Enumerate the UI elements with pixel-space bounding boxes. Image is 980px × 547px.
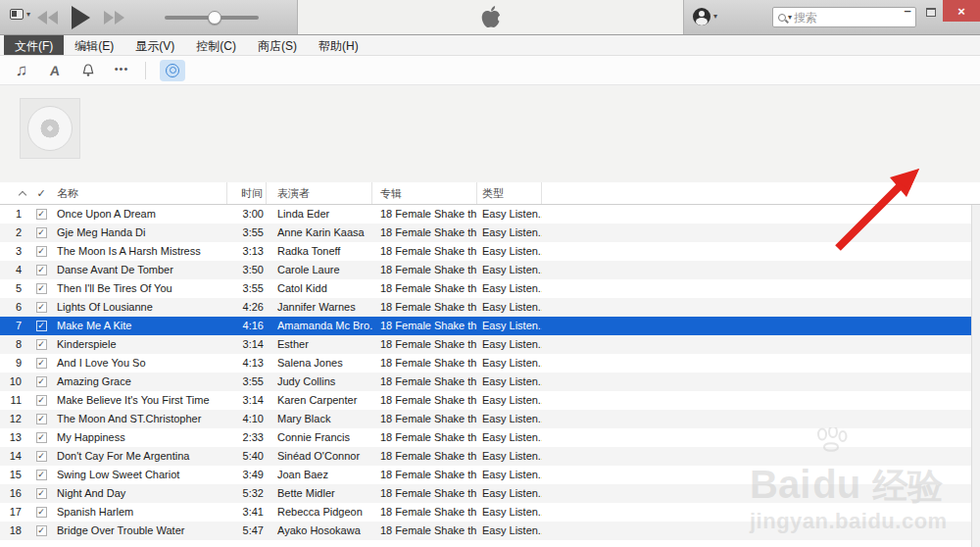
table-row[interactable]: 3✓The Moon Is A Harsh Mistress3:13Radka …	[0, 242, 980, 261]
checkbox-checked-icon[interactable]: ✓	[36, 209, 47, 220]
track-checkbox[interactable]: ✓	[29, 503, 53, 522]
appstore-icon[interactable]: A	[44, 61, 66, 80]
table-row[interactable]: 4✓Danse Avant De Tomber3:50Carole Laure1…	[0, 261, 980, 279]
track-blank	[542, 466, 980, 484]
track-checkbox[interactable]: ✓	[29, 522, 53, 540]
menu-item[interactable]: 控制(C)	[185, 35, 247, 55]
track-blank	[542, 428, 980, 447]
track-checkbox[interactable]: ✓	[29, 484, 53, 503]
checkbox-checked-icon[interactable]: ✓	[36, 265, 47, 275]
track-checkbox[interactable]: ✓	[29, 317, 53, 335]
column-header-check[interactable]: ✓	[29, 182, 53, 204]
table-row[interactable]: 16✓Night And Day5:32Bette Midler18 Femal…	[0, 484, 980, 503]
table-row[interactable]: 6✓Lights Of Lousianne4:26Jannifer Warnes…	[0, 298, 980, 317]
bell-icon[interactable]	[78, 61, 98, 80]
account-menu[interactable]: ▾	[693, 8, 717, 25]
track-name: Then I'll Be Tires Of You	[53, 279, 227, 298]
search-input[interactable]	[794, 11, 892, 25]
checkbox-checked-icon[interactable]: ✓	[36, 339, 47, 350]
checkbox-checked-icon[interactable]: ✓	[36, 451, 47, 462]
close-button[interactable]: ×	[943, 0, 980, 22]
table-row[interactable]: 15✓Swing Low Sweet Chariot3:49Joan Baez1…	[0, 466, 980, 484]
table-row[interactable]: 8✓Kinderspiele3:14Esther18 Female Shake …	[0, 335, 980, 354]
track-album: 18 Female Shake th...	[372, 279, 477, 298]
track-checkbox[interactable]: ✓	[29, 242, 53, 261]
play-button[interactable]	[72, 6, 90, 29]
table-row[interactable]: 1✓Once Upon A Dream3:00Linda Eder18 Fema…	[0, 205, 980, 224]
checkbox-checked-icon[interactable]: ✓	[36, 246, 47, 257]
menu-item[interactable]: 商店(S)	[247, 35, 308, 55]
track-genre: Easy Listen...	[477, 466, 542, 484]
volume-slider[interactable]	[165, 16, 259, 20]
cd-disc-icon	[27, 106, 73, 151]
track-checkbox[interactable]: ✓	[29, 466, 53, 484]
track-genre: Easy Listen...	[477, 279, 542, 298]
checkbox-checked-icon[interactable]: ✓	[36, 283, 47, 294]
table-row[interactable]: 9✓And I Love You So4:13Salena Jones18 Fe…	[0, 354, 980, 373]
more-icon[interactable]: •••	[112, 61, 131, 80]
track-checkbox[interactable]: ✓	[29, 335, 53, 354]
checkbox-checked-icon[interactable]: ✓	[36, 395, 47, 406]
track-checkbox[interactable]: ✓	[29, 447, 53, 466]
table-row[interactable]: 10✓Amazing Grace3:55Judy Collins18 Femal…	[0, 373, 980, 391]
checkbox-checked-icon[interactable]: ✓	[36, 470, 47, 480]
track-checkbox[interactable]: ✓	[29, 428, 53, 447]
table-row[interactable]: 11✓Make Believe It's You First Time3:14K…	[0, 391, 980, 410]
checkbox-checked-icon[interactable]: ✓	[36, 414, 47, 424]
scrollbar-track[interactable]	[971, 205, 980, 547]
checkbox-checked-icon[interactable]: ✓	[36, 358, 47, 369]
track-checkbox[interactable]: ✓	[29, 391, 53, 410]
menu-item[interactable]: 帮助(H)	[308, 35, 369, 55]
checkbox-checked-icon[interactable]: ✓	[36, 302, 47, 313]
table-row[interactable]: 7✓Make Me A Kite4:16Amamanda Mc Bro...18…	[0, 317, 980, 335]
column-header-name[interactable]: 名称	[53, 182, 227, 204]
table-row[interactable]: 18✓Bridge Over Trouble Water5:47Ayako Ho…	[0, 522, 980, 540]
music-icon[interactable]: ♫	[12, 61, 31, 80]
menu-item[interactable]: 文件(F)	[4, 35, 64, 55]
next-button[interactable]	[104, 11, 124, 25]
track-album: 18 Female Shake th...	[372, 522, 477, 540]
minimize-button[interactable]: –	[896, 0, 919, 18]
column-header-number[interactable]	[0, 182, 29, 204]
checkbox-checked-icon[interactable]: ✓	[36, 488, 47, 499]
checkbox-checked-icon[interactable]: ✓	[36, 525, 47, 536]
checkbox-checked-icon[interactable]: ✓	[36, 507, 47, 518]
column-header-time[interactable]: 时间	[227, 182, 267, 204]
track-checkbox[interactable]: ✓	[29, 224, 53, 242]
track-checkbox[interactable]: ✓	[29, 205, 53, 224]
maximize-button[interactable]	[919, 0, 943, 17]
table-row[interactable]: 2✓Gje Meg Handa Di3:55Anne Karin Kaasa18…	[0, 224, 980, 242]
table-row[interactable]: 12✓The Moon And ST.Christopher4:10Mary B…	[0, 410, 980, 428]
track-checkbox[interactable]: ✓	[29, 410, 53, 428]
miniplayer-switch-button[interactable]: ▾	[10, 9, 30, 20]
column-header-album[interactable]: 专辑	[372, 182, 477, 204]
title-bar: ▾ ▾ ▾ – ×	[0, 0, 980, 35]
table-row[interactable]: 14✓Don't Cay For Me Argentina5:40Sinéad …	[0, 447, 980, 466]
table-row[interactable]: 17✓Spanish Harlem3:41Rebecca Pidgeon18 F…	[0, 503, 980, 522]
track-checkbox[interactable]: ✓	[29, 298, 53, 317]
volume-knob[interactable]	[208, 11, 221, 25]
track-artist: Rebecca Pidgeon	[267, 503, 372, 522]
search-box[interactable]: ▾	[772, 7, 916, 27]
previous-button[interactable]	[37, 11, 58, 25]
checkbox-checked-icon[interactable]: ✓	[36, 321, 47, 331]
track-checkbox[interactable]: ✓	[29, 373, 53, 391]
column-header-artist[interactable]: 表演者	[267, 182, 372, 204]
checkbox-checked-icon[interactable]: ✓	[36, 376, 47, 387]
menu-item[interactable]: 显示(V)	[124, 35, 185, 55]
checkbox-checked-icon[interactable]: ✓	[36, 227, 47, 238]
menu-item[interactable]: 编辑(E)	[64, 35, 124, 55]
track-checkbox[interactable]: ✓	[29, 354, 53, 373]
cd-disc-icon	[166, 64, 179, 77]
table-row[interactable]: 5✓Then I'll Be Tires Of You3:55Catol Kid…	[0, 279, 980, 298]
track-number: 2	[0, 224, 29, 242]
table-row[interactable]: 13✓My Happiness2:33Connie Francis18 Fema…	[0, 428, 980, 447]
checkbox-checked-icon[interactable]: ✓	[36, 432, 47, 443]
track-time: 3:49	[227, 466, 267, 484]
track-genre: Easy Listen...	[477, 354, 542, 373]
cd-icon[interactable]	[160, 60, 185, 81]
track-checkbox[interactable]: ✓	[29, 261, 53, 279]
column-header-genre[interactable]: 类型	[477, 182, 542, 204]
track-checkbox[interactable]: ✓	[29, 279, 53, 298]
track-album: 18 Female Shake th...	[372, 503, 477, 522]
